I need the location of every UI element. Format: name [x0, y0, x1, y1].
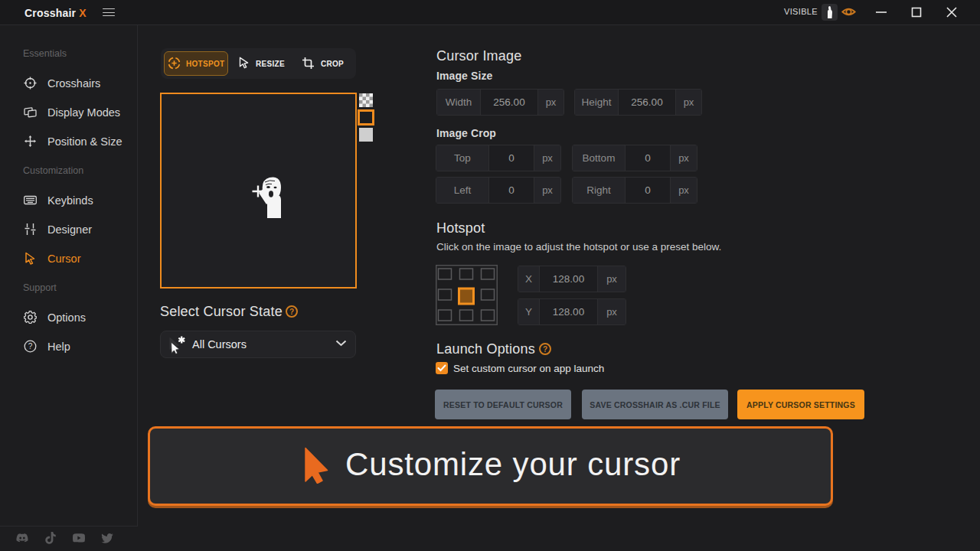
- svg-text:?: ?: [28, 342, 33, 350]
